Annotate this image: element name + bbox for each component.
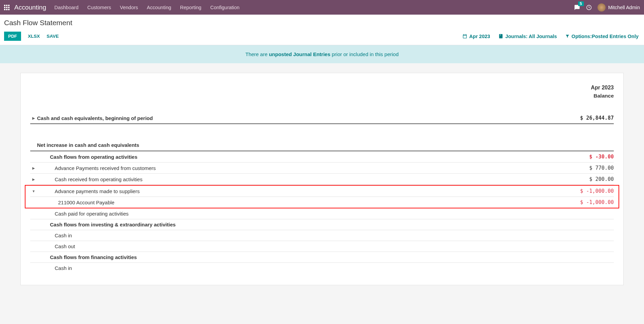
user-name[interactable]: Mitchell Admin <box>608 5 640 10</box>
highlighted-rows: ▼ Advance payments made to suppliers $ -… <box>25 185 619 208</box>
nav-vendors[interactable]: Vendors <box>120 5 138 10</box>
row-label: Cash flows from financing activities <box>37 254 614 260</box>
row-net-increase[interactable]: Net increase in cash and cash equivalent… <box>30 140 614 151</box>
row-value: $ -30.00 <box>589 154 614 160</box>
filter-options[interactable]: Options:Posted Entries Only <box>565 34 639 39</box>
pdf-button[interactable]: PDF <box>4 32 21 41</box>
row-label: Cash paid for operating activities <box>37 211 614 217</box>
alert-after: prior or included in this period <box>330 51 399 57</box>
filter-date-label: Apr 2023 <box>469 34 490 39</box>
caret-right-icon[interactable]: ▶ <box>30 177 37 181</box>
app-brand[interactable]: Accounting <box>14 4 46 11</box>
report-period: Apr 2023 <box>30 85 614 91</box>
report-balance-label: Balance <box>30 93 614 99</box>
row-label: Net increase in cash and cash equivalent… <box>37 142 614 148</box>
caret-right-icon[interactable]: ▶ <box>30 116 37 120</box>
row-cash-in-financing[interactable]: Cash in <box>30 263 614 273</box>
row-advance-payments-received[interactable]: ▶ Advance Payments received from custome… <box>30 163 614 174</box>
row-value: $ 200.00 <box>589 176 614 182</box>
report-container: Apr 2023 Balance ▶ Cash and cash equival… <box>0 63 644 295</box>
row-value: $ 770.00 <box>589 165 614 171</box>
nav-reporting[interactable]: Reporting <box>180 5 201 10</box>
calendar-icon <box>462 34 467 39</box>
row-account-payable[interactable]: 211000 Account Payable $ -1,000.00 <box>30 197 614 208</box>
row-financing-flows[interactable]: Cash flows from financing activities <box>30 252 614 263</box>
filter-icon <box>565 34 570 38</box>
control-panel: Cash Flow Statement PDF XLSX SAVE Apr 20… <box>0 15 644 45</box>
row-value: $ -1,000.00 <box>580 199 614 205</box>
nav-customers[interactable]: Customers <box>87 5 111 10</box>
row-label: Advance payments made to suppliers <box>37 188 580 194</box>
messaging-badge: 5 <box>578 1 584 6</box>
alert-before: There are <box>245 51 269 57</box>
row-value: $ -1,000.00 <box>580 188 614 194</box>
filter-journals[interactable]: Journals: All Journals <box>498 34 557 39</box>
page-title: Cash Flow Statement <box>4 19 639 27</box>
row-cash-paid-operating[interactable]: Cash paid for operating activities <box>30 208 614 219</box>
row-advance-payments-suppliers[interactable]: ▼ Advance payments made to suppliers $ -… <box>30 186 614 197</box>
row-label: Advance Payments received from customers <box>37 165 589 171</box>
row-cash-in-investing[interactable]: Cash in <box>30 230 614 241</box>
caret-down-icon[interactable]: ▼ <box>30 189 37 193</box>
row-label: Cash in <box>37 265 614 271</box>
activities-icon[interactable] <box>586 4 592 10</box>
nav-dashboard[interactable]: Dashboard <box>54 5 78 10</box>
row-label: Cash and cash equivalents, beginning of … <box>37 115 580 121</box>
alert-bar: There are unposted Journal Entries prior… <box>0 45 644 63</box>
alert-link[interactable]: unposted Journal Entries <box>269 51 330 57</box>
row-cash-received-operating[interactable]: ▶ Cash received from operating activitie… <box>30 174 614 185</box>
book-icon <box>498 34 503 39</box>
filter-options-label: Options:Posted Entries Only <box>572 34 639 39</box>
filter-date[interactable]: Apr 2023 <box>462 34 490 39</box>
row-operating-flows[interactable]: Cash flows from operating activities $ -… <box>30 151 614 163</box>
nav-accounting[interactable]: Accounting <box>147 5 171 10</box>
row-beginning-cash[interactable]: ▶ Cash and cash equivalents, beginning o… <box>30 113 614 124</box>
caret-right-icon[interactable]: ▶ <box>30 166 37 170</box>
row-label: Cash flows from investing & extraordinar… <box>37 222 614 227</box>
row-investing-flows[interactable]: Cash flows from investing & extraordinar… <box>30 219 614 230</box>
row-cash-out-investing[interactable]: Cash out <box>30 241 614 252</box>
row-label: Cash out <box>37 243 614 249</box>
report-card: Apr 2023 Balance ▶ Cash and cash equival… <box>20 73 624 285</box>
xlsx-button[interactable]: XLSX <box>28 34 40 39</box>
top-navbar: Accounting Dashboard Customers Vendors A… <box>0 0 644 15</box>
report-header: Apr 2023 Balance <box>30 85 614 99</box>
user-avatar[interactable] <box>597 3 606 12</box>
messaging-icon[interactable]: 5 <box>574 4 580 10</box>
row-label: Cash received from operating activities <box>37 176 589 182</box>
row-value: $ 26,844.87 <box>580 115 614 121</box>
filter-journals-label: Journals: All Journals <box>505 34 557 39</box>
nav-configuration[interactable]: Configuration <box>210 5 239 10</box>
row-label: Cash flows from operating activities <box>37 154 589 160</box>
row-label: 211000 Account Payable <box>37 200 580 205</box>
row-label: Cash in <box>37 233 614 238</box>
save-button[interactable]: SAVE <box>47 34 59 39</box>
apps-icon[interactable] <box>4 5 10 10</box>
